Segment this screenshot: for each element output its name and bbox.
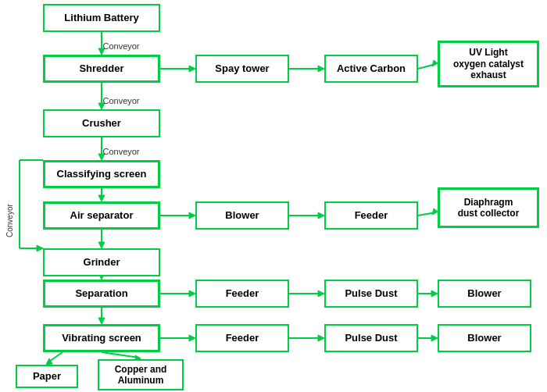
svg-marker-37 [431, 335, 438, 341]
feeder3-node: Feeder [195, 324, 289, 352]
active-carbon-node: Active Carbon [324, 55, 418, 83]
conveyor-label-3: Conveyor [90, 147, 152, 156]
svg-marker-7 [432, 60, 438, 66]
air-separator-node: Air separator [43, 201, 160, 230]
svg-line-38 [47, 352, 63, 363]
svg-marker-5 [318, 66, 324, 72]
svg-marker-27 [318, 290, 324, 297]
conveyor-label-4: Conveyor [2, 194, 17, 248]
svg-marker-45 [37, 245, 43, 251]
uv-light-node: UV Lightoxygen catalystexhaust [438, 41, 539, 87]
process-diagram: Lithium Battery Shredder Spay tower Acti… [0, 0, 547, 392]
pulsedust2-node: Pulse Dust [324, 324, 418, 352]
spay-tower-node: Spay tower [195, 55, 289, 83]
blower3-node: Blower [438, 324, 531, 352]
svg-marker-39 [46, 358, 52, 365]
crusher-node: Crusher [43, 109, 160, 137]
conveyor-label-2: Conveyor [90, 96, 152, 105]
pulsedust1-node: Pulse Dust [324, 280, 418, 308]
svg-marker-17 [318, 212, 324, 219]
blower1-node: Blower [195, 201, 289, 230]
svg-marker-3 [189, 66, 195, 72]
grinder-node: Grinder [43, 248, 160, 276]
svg-marker-35 [318, 335, 324, 341]
svg-line-40 [102, 352, 139, 358]
separation-node: Separation [43, 280, 160, 308]
svg-marker-15 [189, 212, 195, 219]
svg-marker-21 [98, 242, 105, 248]
svg-marker-19 [432, 208, 438, 215]
classifying-screen-node: Classifying screen [43, 160, 160, 188]
svg-line-6 [418, 64, 436, 69]
feeder2-node: Feeder [195, 280, 289, 308]
svg-line-18 [418, 212, 436, 216]
blower2-node: Blower [438, 280, 531, 308]
lithium-battery-node: Lithium Battery [43, 4, 160, 32]
shredder-node: Shredder [43, 55, 160, 83]
vibrating-screen-node: Vibrating screen [43, 324, 160, 352]
svg-marker-31 [98, 318, 105, 324]
svg-marker-29 [431, 290, 438, 297]
svg-marker-13 [98, 195, 105, 201]
svg-marker-33 [189, 335, 195, 341]
diaphragm-node: Diaphragmdust collector [438, 187, 539, 228]
conveyor-label-1: Conveyor [90, 41, 152, 51]
copper-aluminum-node: Copper andAluminum [98, 359, 184, 390]
svg-marker-25 [189, 290, 195, 297]
paper-node: Paper [16, 365, 78, 388]
feeder1-node: Feeder [324, 201, 418, 230]
